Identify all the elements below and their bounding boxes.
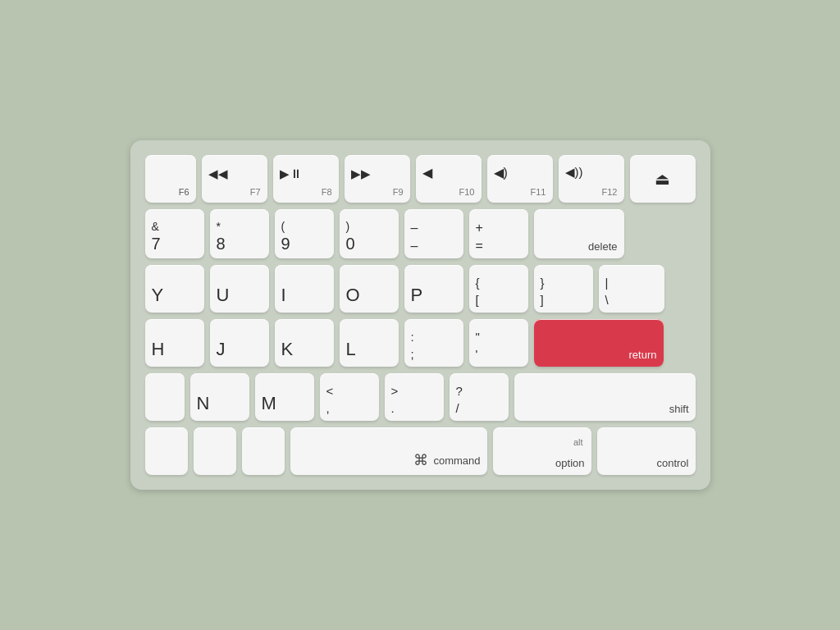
k-label: K: [281, 339, 294, 360]
colon-label: :: [411, 330, 414, 345]
key-7[interactable]: & 7: [145, 209, 204, 258]
u-label: U: [217, 285, 230, 306]
rparen-label: ): [346, 220, 350, 234]
f7-label: F7: [250, 187, 261, 198]
key-bracket-close[interactable]: } ]: [534, 265, 593, 313]
key-slash[interactable]: ? /: [450, 373, 509, 421]
key-comma[interactable]: < ,: [320, 373, 379, 421]
key-backslash[interactable]: | \: [599, 265, 664, 313]
command-label: command: [433, 454, 480, 468]
equals-label: =: [476, 238, 483, 253]
alt-label: alt: [573, 437, 583, 448]
key-k[interactable]: K: [275, 319, 334, 367]
nine-label: 9: [281, 234, 290, 253]
zero-label: 0: [346, 234, 355, 253]
delete-label: delete: [588, 240, 617, 253]
key-quote[interactable]: " ': [469, 319, 528, 367]
square-close-label: ]: [541, 293, 544, 308]
curly-close-label: }: [541, 276, 545, 290]
y-label: Y: [152, 285, 164, 306]
key-0[interactable]: ) 0: [340, 209, 399, 258]
shift-right-label: shift: [669, 403, 689, 416]
key-fn[interactable]: [145, 427, 188, 475]
function-key-row: F6 ◀◀ F7 ▶⏸ F8 ▶▶ F9 ◀ F10: [145, 155, 696, 203]
key-m[interactable]: M: [255, 373, 314, 421]
f10-icon: ◀: [422, 165, 432, 180]
key-option[interactable]: alt option: [493, 427, 591, 475]
doublequote-label: ": [476, 330, 480, 345]
key-h[interactable]: H: [145, 319, 204, 367]
key-control[interactable]: control: [597, 427, 696, 475]
p-label: P: [411, 285, 423, 306]
hyphen-label: –: [411, 238, 418, 253]
key-f7[interactable]: ◀◀ F7: [202, 155, 267, 203]
eight-label: 8: [217, 234, 226, 253]
semicolon-label: ;: [411, 347, 414, 362]
f9-label: F9: [393, 187, 404, 198]
key-eject[interactable]: ⏏: [630, 155, 696, 203]
eject-icon: ⏏: [655, 169, 670, 189]
key-p[interactable]: P: [404, 265, 463, 313]
f8-icon: ▶⏸: [280, 167, 302, 181]
seven-label: 7: [152, 234, 161, 253]
key-i[interactable]: I: [275, 265, 334, 313]
key-f6[interactable]: F6: [145, 155, 196, 203]
f12-label: F12: [602, 187, 618, 198]
key-8[interactable]: * 8: [210, 209, 269, 258]
m-label: M: [262, 393, 276, 414]
key-ctrl-left[interactable]: [194, 427, 236, 475]
key-equal[interactable]: + =: [469, 209, 528, 258]
key-y[interactable]: Y: [145, 265, 204, 313]
key-period[interactable]: > .: [385, 373, 444, 421]
n-label: N: [197, 393, 210, 414]
option-label: option: [555, 457, 584, 470]
singlequote-label: ': [476, 347, 478, 362]
key-j[interactable]: J: [210, 319, 269, 367]
key-alt-left[interactable]: [242, 427, 285, 475]
star-label: *: [217, 220, 221, 234]
ampersand-label: &: [152, 220, 159, 234]
key-return[interactable]: return: [534, 319, 664, 367]
f12-icon: ◀)): [565, 165, 583, 180]
key-shift-right[interactable]: shift: [514, 373, 696, 421]
curly-open-label: {: [476, 276, 480, 290]
question-label: ?: [456, 384, 463, 399]
j-label: J: [217, 339, 226, 360]
endash-label: –: [411, 220, 418, 235]
key-delete[interactable]: delete: [534, 209, 624, 258]
f6-label: F6: [179, 187, 189, 198]
key-bracket-open[interactable]: { [: [469, 265, 528, 313]
plus-label: +: [476, 220, 483, 235]
o-label: O: [346, 285, 360, 306]
command-icon: ⌘: [413, 452, 428, 470]
key-f11[interactable]: ◀) F11: [487, 155, 553, 203]
key-semicolon[interactable]: : ;: [404, 319, 463, 367]
lt-label: <: [326, 384, 334, 399]
key-f12[interactable]: ◀)) F12: [559, 155, 624, 203]
f11-label: F11: [531, 187, 546, 198]
f11-icon: ◀): [494, 165, 508, 180]
key-command[interactable]: ⌘ command: [290, 427, 487, 475]
key-shift-left[interactable]: [145, 373, 185, 421]
bottom-row: ⌘ command alt option control: [145, 427, 696, 475]
key-f10[interactable]: ◀ F10: [416, 155, 482, 203]
key-l[interactable]: L: [340, 319, 399, 367]
number-row: & 7 * 8 ( 9 ) 0 – –: [145, 209, 696, 258]
yuiop-row: Y U I O P { [ } ] | \: [145, 265, 696, 313]
key-n[interactable]: N: [190, 373, 249, 421]
key-f9[interactable]: ▶▶ F9: [345, 155, 410, 203]
l-label: L: [346, 339, 356, 360]
return-label: return: [629, 349, 657, 362]
key-minus[interactable]: – –: [404, 209, 463, 258]
key-f8[interactable]: ▶⏸ F8: [273, 155, 339, 203]
h-label: H: [152, 339, 165, 360]
f7-icon: ◀◀: [208, 167, 228, 181]
key-u[interactable]: U: [210, 265, 269, 313]
gt-label: >: [391, 384, 399, 399]
i-label: I: [281, 285, 286, 306]
key-o[interactable]: O: [340, 265, 399, 313]
square-open-label: [: [476, 293, 479, 308]
control-label: control: [656, 457, 688, 470]
key-9[interactable]: ( 9: [275, 209, 334, 258]
lparen-label: (: [281, 220, 285, 234]
